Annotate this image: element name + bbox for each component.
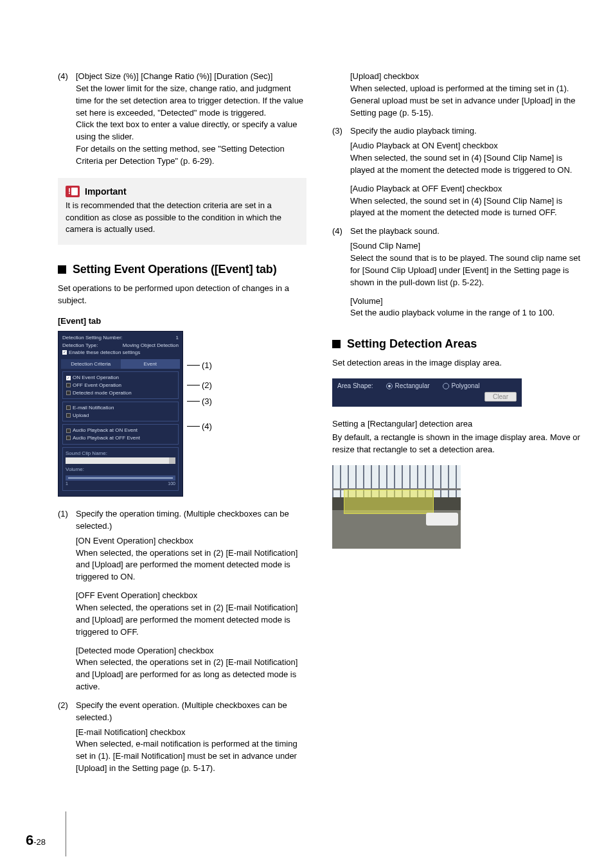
checkbox-icon bbox=[66, 429, 71, 433]
item-lead: Specify the operation timing. (Multiple … bbox=[76, 508, 306, 533]
sub-heading: [OFF Event Operation] checkbox bbox=[76, 590, 306, 602]
list-item-1: (1) Specify the operation timing. (Multi… bbox=[58, 508, 306, 533]
email-notification-checkbox[interactable]: E-mail Notification bbox=[65, 404, 176, 412]
rectangular-radio[interactable]: Rectangular bbox=[386, 382, 430, 389]
operation-group: E-mail Notification Upload bbox=[62, 402, 179, 421]
item-lead: Set the playback sound. bbox=[350, 226, 581, 238]
panel-value: 1 bbox=[176, 335, 179, 341]
sub-heading: [E-mail Notification] checkbox bbox=[76, 727, 306, 739]
enable-settings-checkbox[interactable]: Enable these detection settings bbox=[61, 349, 180, 357]
important-heading: Important bbox=[66, 186, 299, 197]
sub-item: [Audio Playback at OFF Event] checkbox W… bbox=[332, 183, 581, 220]
detected-mode-operation-checkbox[interactable]: Detected mode Operation bbox=[65, 389, 176, 397]
panel-row: Detection Setting Number: 1 bbox=[61, 334, 180, 342]
panel-row: Detection Type: Moving Object Detection bbox=[61, 342, 180, 350]
rect-body: By default, a rectangle is shown in the … bbox=[332, 432, 581, 456]
sub-item: [E-mail Notification] checkbox When sele… bbox=[58, 727, 306, 775]
checkbox-label: Audio Playback at OFF Event bbox=[73, 435, 140, 441]
tab-event[interactable]: Event bbox=[121, 359, 181, 369]
figure-callouts: (1) (2) (3) (4) bbox=[187, 331, 212, 431]
volume-slider[interactable] bbox=[66, 475, 175, 481]
area-shape-panel: Area Shape: Rectangular Polygonal Clear bbox=[332, 378, 522, 407]
polygonal-radio[interactable]: Polygonal bbox=[443, 382, 480, 389]
checkbox-label: Audio Playback at ON Event bbox=[73, 427, 138, 434]
off-event-operation-checkbox[interactable]: OFF Event Operation bbox=[65, 382, 176, 389]
section-heading-event: Setting Event Operations ([Event] tab) bbox=[58, 263, 306, 276]
list-item-2: (2) Specify the event operation. (Multip… bbox=[58, 700, 306, 724]
dropdown-icon bbox=[169, 457, 175, 464]
checkbox-label: ON Event Operation bbox=[73, 375, 119, 381]
detection-rectangle[interactable] bbox=[344, 490, 434, 514]
sub-body: When selected, upload is performed at th… bbox=[350, 83, 581, 120]
list-item-4: (4) [Object Size (%)] [Change Ratio (%)]… bbox=[58, 71, 306, 168]
checkbox-icon bbox=[66, 376, 71, 380]
sound-group: Sound Clip Name: Volume: 1 100 bbox=[62, 447, 179, 492]
checkbox-label: E-mail Notification bbox=[73, 405, 114, 411]
audio-on-event-checkbox[interactable]: Audio Playback at ON Event bbox=[65, 427, 176, 434]
item-paragraph: Click the text box to enter a value dire… bbox=[76, 119, 306, 143]
sound-clip-label: Sound Clip Name: bbox=[66, 450, 175, 457]
sound-clip-dropdown[interactable] bbox=[66, 457, 175, 464]
slider-range: 1 100 bbox=[66, 481, 175, 486]
sub-item: [OFF Event Operation] checkbox When sele… bbox=[58, 590, 306, 638]
item-number: (3) bbox=[332, 125, 350, 137]
areas-intro: Set detection areas in the image display… bbox=[332, 357, 581, 369]
radio-icon bbox=[386, 383, 393, 389]
list-item-4-right: (4) Set the playback sound. bbox=[332, 226, 581, 238]
sub-body: When selected, the operations set in (2)… bbox=[76, 657, 306, 693]
item-number: (4) bbox=[58, 71, 76, 168]
sub-item: [ON Event Operation] checkbox When selec… bbox=[58, 535, 306, 583]
two-column-layout: (4) [Object Size (%)] [Change Ratio (%)]… bbox=[58, 71, 581, 781]
sub-item: [Detected mode Operation] checkbox When … bbox=[58, 645, 306, 693]
document-page: (4) [Object Size (%)] [Change Ratio (%)]… bbox=[0, 0, 613, 868]
callout-1: (1) bbox=[187, 360, 212, 370]
callout-4: (4) bbox=[187, 421, 212, 431]
item-title: [Object Size (%)] [Change Ratio (%)] [Du… bbox=[76, 71, 306, 83]
on-event-operation-checkbox[interactable]: ON Event Operation bbox=[65, 374, 176, 382]
item-paragraph: For details on the setting method, see "… bbox=[76, 143, 306, 168]
list-item-3: (3) Specify the audio playback timing. bbox=[332, 125, 581, 137]
clear-button[interactable]: Clear bbox=[484, 392, 517, 402]
item-number: (1) bbox=[58, 508, 76, 533]
sub-body: When selected, the operations set in (2)… bbox=[76, 547, 306, 584]
sub-heading: [Volume] bbox=[350, 296, 581, 308]
sub-heading: [Upload] checkbox bbox=[350, 71, 581, 83]
page-chapter: 6 bbox=[26, 832, 33, 849]
sub-heading: [Sound Clip Name] bbox=[350, 240, 581, 252]
item-lead: Specify the audio playback timing. bbox=[350, 125, 581, 137]
audio-off-event-checkbox[interactable]: Audio Playback at OFF Event bbox=[65, 434, 176, 442]
right-column: [Upload] checkbox When selected, upload … bbox=[332, 71, 581, 781]
section-intro: Set operations to be performed upon dete… bbox=[58, 283, 306, 307]
upload-checkbox[interactable]: Upload bbox=[65, 412, 176, 420]
callout-2: (2) bbox=[187, 380, 212, 390]
sub-heading: [Audio Playback at ON Event] checkbox bbox=[350, 140, 581, 152]
area-shape-row: Area Shape: Rectangular Polygonal bbox=[337, 382, 517, 389]
sub-heading: [ON Event Operation] checkbox bbox=[76, 535, 306, 547]
item-number: (4) bbox=[332, 226, 350, 238]
section-title: Setting Detection Areas bbox=[347, 337, 477, 351]
panel-label: Detection Setting Number: bbox=[62, 335, 123, 341]
sub-heading: [Detected mode Operation] checkbox bbox=[76, 645, 306, 657]
sub-item: [Volume] Set the audio playback volume i… bbox=[332, 296, 581, 320]
sub-item: [Audio Playback at ON Event] checkbox Wh… bbox=[332, 140, 581, 177]
checkbox-icon bbox=[66, 391, 71, 395]
radio-icon bbox=[443, 383, 449, 389]
item-paragraph: Set the lower limit for the size, change… bbox=[76, 83, 306, 120]
footer-divider bbox=[66, 811, 66, 856]
rect-heading: Setting a [Rectangular] detection area bbox=[332, 418, 581, 430]
sub-body: When selected, the sound set in (4) [Sou… bbox=[350, 152, 581, 177]
sub-body: When selected, e-mail notification is pe… bbox=[76, 738, 306, 775]
left-column: (4) [Object Size (%)] [Change Ratio (%)]… bbox=[58, 71, 306, 781]
volume-label: Volume: bbox=[66, 466, 175, 473]
tab-detection-criteria[interactable]: Detection Criteria bbox=[61, 359, 121, 369]
checkbox-icon bbox=[66, 436, 71, 440]
important-label: Important bbox=[85, 186, 127, 197]
important-callout: Important It is recommended that the det… bbox=[58, 178, 306, 245]
section-title: Setting Event Operations ([Event] tab) bbox=[73, 263, 276, 276]
panel-label: Detection Type: bbox=[62, 342, 98, 349]
important-text: It is recommended that the detection cri… bbox=[66, 200, 299, 236]
page-number: 6-28 bbox=[26, 832, 46, 849]
checkbox-label: Upload bbox=[73, 412, 89, 419]
camera-vehicle bbox=[426, 513, 458, 526]
panel-tabs: Detection Criteria Event bbox=[61, 359, 180, 369]
